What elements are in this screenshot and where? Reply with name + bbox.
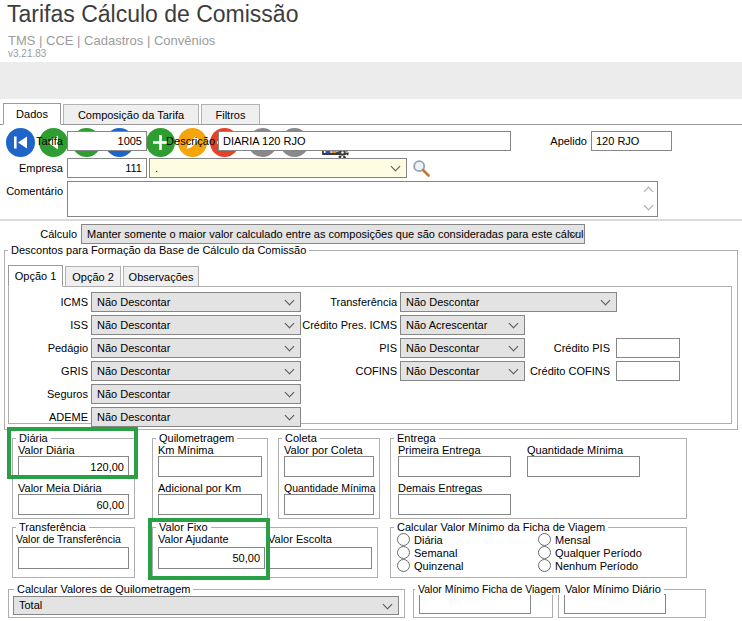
tarifas-calculo-comissao-window: Tarifas Cálculo de Comissão TMS | CCE | … (0, 0, 742, 621)
empresa-code-input[interactable] (67, 158, 147, 178)
radio-circle-icon (538, 559, 551, 572)
tab-opcao-2[interactable]: Opção 2 (65, 266, 121, 287)
radio-circle-icon (397, 546, 410, 559)
descontos-legend: Descontos para Formação da Base de Cálcu… (8, 244, 309, 256)
valor-de-transferencia-input[interactable] (18, 547, 129, 569)
iss-select[interactable]: Não Descontar (91, 315, 301, 335)
empresa-combo[interactable]: . (149, 158, 407, 178)
primeira-entrega-input[interactable] (398, 456, 511, 477)
demais-entregas-input[interactable] (398, 494, 511, 515)
breadcrumb: TMS | CCE | Cadastros | Convênios (8, 33, 215, 48)
transferencia-label: Transferência (290, 296, 397, 309)
credito-pres-icms-select[interactable]: Não Acrescentar (400, 315, 525, 335)
divider (0, 219, 742, 221)
valor-escolta-input[interactable] (268, 547, 372, 569)
chevron-down-icon (601, 296, 611, 306)
radio-nenhum-periodo[interactable]: Nenhum Período (538, 559, 638, 572)
scroll-up-icon[interactable] (644, 187, 654, 197)
version-label: v3.21.83 (8, 48, 46, 59)
radio-circle-icon (538, 546, 551, 559)
icms-select[interactable]: Não Descontar (91, 292, 301, 312)
radio-semanal[interactable]: Semanal (397, 546, 457, 559)
coleta-quantidade-minima-input[interactable] (284, 494, 374, 515)
pis-label: PIS (290, 342, 397, 355)
empresa-combo-value: . (155, 162, 158, 174)
entrega-quantidade-minima-input[interactable] (527, 456, 640, 477)
valor-escolta-label: Valor Escolta (268, 533, 332, 546)
credito-cofins-input[interactable] (616, 361, 680, 381)
icms-select-value: Não Descontar (97, 296, 170, 308)
radio-circle-icon (538, 533, 551, 546)
radio-diaria[interactable]: Diária (397, 533, 443, 546)
valor-ajudante-input[interactable] (158, 547, 265, 569)
pedagio-select[interactable]: Não Descontar (91, 338, 301, 358)
apelido-label: Apelido (537, 135, 587, 148)
valor-ajudante-label: Valor Ajudante (158, 533, 229, 546)
radio-qualquer-periodo[interactable]: Qualquer Período (538, 546, 642, 559)
valor-de-transferencia-label: Valor de Transferência (16, 533, 121, 546)
credito-cofins-label: Crédito COFINS (505, 365, 610, 378)
credito-pis-label: Crédito PIS (505, 342, 610, 355)
ficha-viagem-legend: Calcular Valor Mínimo da Ficha de Viagem (394, 521, 608, 533)
pis-select-value: Não Descontar (406, 342, 479, 354)
icms-label: ICMS (10, 296, 88, 309)
radio-mensal-label: Mensal (555, 534, 590, 546)
radio-semanal-label: Semanal (414, 547, 457, 559)
km-minima-input[interactable] (158, 456, 262, 477)
transferencia-select[interactable]: Não Descontar (400, 292, 617, 312)
page-title: Tarifas Cálculo de Comissão (7, 1, 298, 28)
calc-km-select[interactable]: Total (13, 596, 399, 615)
min-ficha-legend: Valor Mínimo Ficha de Viagem (415, 583, 564, 595)
radio-mensal[interactable]: Mensal (538, 533, 590, 546)
adicional-por-km-input[interactable] (158, 494, 262, 515)
radio-qualquer-periodo-label: Qualquer Período (555, 547, 642, 559)
iss-label: ISS (10, 319, 88, 332)
min-diario-input[interactable] (564, 594, 666, 614)
chevron-down-icon (285, 388, 295, 398)
ademe-select[interactable]: Não Descontar (91, 407, 301, 427)
min-diario-legend: Valor Mínimo Diário (562, 583, 664, 595)
valor-por-coleta-input[interactable] (284, 456, 374, 477)
radio-quinzenal[interactable]: Quinzenal (397, 559, 464, 572)
toolbar (0, 62, 742, 99)
radio-circle-icon (397, 559, 410, 572)
seguros-select[interactable]: Não Descontar (91, 384, 301, 404)
calculo-label: Cálculo (0, 228, 77, 241)
min-ficha-input[interactable] (419, 594, 531, 614)
quilometragem-legend: Quilometragem (156, 432, 237, 444)
ademe-label: ADEME (10, 411, 88, 424)
tarifa-input[interactable] (67, 131, 147, 151)
tab-opcao-1[interactable]: Opção 1 (8, 265, 63, 287)
tab-dados[interactable]: Dados (3, 103, 61, 125)
seguros-label: Seguros (10, 388, 88, 401)
tarifa-label: Tarifa (0, 135, 63, 148)
radio-diaria-label: Diária (414, 534, 443, 546)
credito-pis-input[interactable] (616, 338, 680, 358)
valor-fixo-legend: Valor Fixo (156, 521, 211, 533)
gris-select-value: Não Descontar (97, 365, 170, 377)
calculo-select[interactable]: Manter somente o maior valor calculado e… (81, 224, 585, 244)
chevron-down-icon (509, 319, 519, 329)
radio-nenhum-periodo-label: Nenhum Período (555, 560, 638, 572)
calculo-select-value: Manter somente o maior valor calculado e… (87, 228, 585, 240)
credito-pres-icms-select-value: Não Acrescentar (406, 319, 487, 331)
pedagio-label: Pedágio (10, 342, 88, 355)
valor-diaria-input[interactable] (18, 456, 129, 477)
coleta-legend: Coleta (282, 432, 320, 444)
tab-composicao-da-tarifa[interactable]: Composição da Tarifa (63, 104, 199, 125)
gris-select[interactable]: Não Descontar (91, 361, 301, 381)
credito-pres-icms-label: Crédito Pres. ICMS (290, 319, 397, 332)
seguros-select-value: Não Descontar (97, 388, 170, 400)
pedagio-select-value: Não Descontar (97, 342, 170, 354)
valor-meia-diaria-input[interactable] (18, 494, 129, 515)
chevron-down-icon (285, 411, 295, 421)
search-icon[interactable] (412, 159, 431, 178)
chevron-down-icon (391, 162, 401, 172)
comentario-textarea[interactable] (67, 181, 658, 217)
tab-filtros[interactable]: Filtros (201, 104, 260, 125)
scroll-down-icon[interactable] (644, 201, 654, 211)
iss-select-value: Não Descontar (97, 319, 170, 331)
descricao-input[interactable] (218, 131, 511, 151)
apelido-input[interactable] (591, 131, 672, 151)
tab-observacoes[interactable]: Observações (123, 266, 199, 287)
